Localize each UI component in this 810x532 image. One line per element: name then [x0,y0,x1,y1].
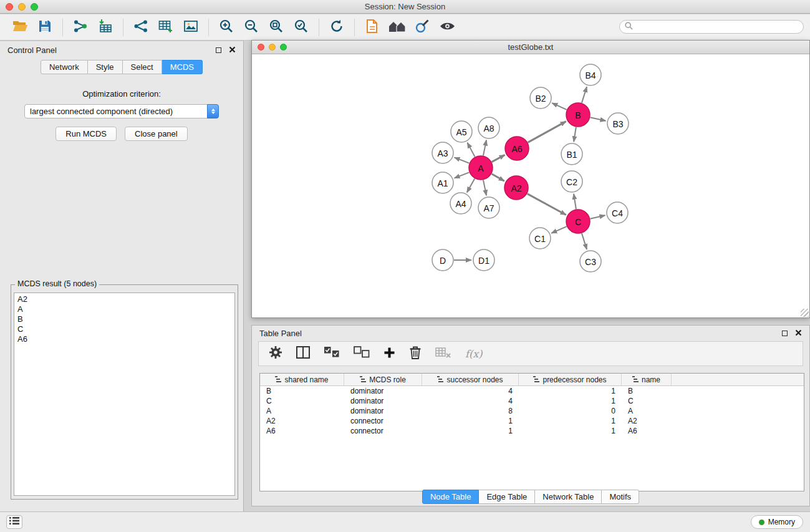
close-window-button[interactable] [6,3,13,11]
deselect-all-button[interactable] [354,346,370,361]
table-cell[interactable]: 4 [422,396,519,406]
resize-grip[interactable] [801,309,809,317]
node-A5[interactable]: A5 [451,121,472,142]
table-cell[interactable]: A [622,406,672,416]
task-history-button[interactable] [6,515,22,529]
edge-A-A4[interactable] [467,178,475,192]
edge-B-B3[interactable] [591,117,606,120]
table-cell[interactable]: C [260,396,344,406]
edge-B-B4[interactable] [582,87,587,103]
table-row[interactable]: Adominator80A [260,406,804,416]
node-C2[interactable]: C2 [561,171,582,192]
home-layout-button[interactable] [385,17,410,37]
table-cell[interactable]: A2 [622,416,672,426]
table-cell[interactable]: dominator [344,406,422,416]
table-cell[interactable]: A2 [260,416,344,426]
tab-mcds[interactable]: MCDS [162,60,203,74]
copy-layout-button[interactable] [360,17,385,37]
table-cell[interactable]: 1 [519,426,622,436]
tab-motifs[interactable]: Motifs [602,490,639,504]
table-cell[interactable]: connector [344,416,422,426]
tab-network[interactable]: Network [41,60,88,74]
node-C1[interactable]: C1 [529,228,551,249]
edge-A-A3[interactable] [455,157,470,163]
table-row[interactable]: Cdominator41C [260,396,804,406]
node-B3[interactable]: B3 [607,113,629,134]
table-row[interactable]: A6connector11A6 [260,426,804,436]
edge-C-C4[interactable] [591,215,605,218]
delete-table-button[interactable] [435,346,451,361]
column-header-shared-name[interactable]: shared name [260,374,344,385]
mcds-result-item[interactable]: A6 [14,334,234,344]
close-mcds-panel-button[interactable]: Close panel [125,127,188,141]
delete-column-button[interactable] [409,346,422,362]
add-column-button[interactable] [383,347,395,361]
table-cell[interactable]: dominator [344,396,422,406]
node-A4[interactable]: A4 [450,193,471,214]
mcds-result-item[interactable]: A [14,304,234,314]
import-network-button[interactable] [68,17,93,37]
node-D1[interactable]: D1 [473,249,494,271]
table-cell[interactable]: B [622,386,672,396]
table-cell[interactable]: connector [344,426,422,436]
table-cell[interactable]: 4 [422,386,519,396]
tab-select[interactable]: Select [123,60,162,74]
search-box[interactable] [619,20,804,34]
table-cell[interactable]: A6 [622,426,672,436]
node-C4[interactable]: C4 [607,202,628,223]
node-A[interactable]: A [469,156,493,180]
edge-A6-B[interactable] [528,122,566,143]
network-graph[interactable]: B4B2BB3A8A5A6B1A3AC2A1A2A4A7C4CC1C3DD1 [252,54,809,318]
run-mcds-button[interactable]: Run MCDS [55,127,117,141]
table-cell[interactable]: B [260,386,344,396]
zoom-in-button[interactable] [214,17,239,37]
zoom-fit-button[interactable] [264,17,289,37]
table-cell[interactable]: 1 [519,396,622,406]
edge-C-C1[interactable] [551,226,566,233]
node-D[interactable]: D [432,249,453,271]
tab-network-table[interactable]: Network Table [535,490,602,504]
node-B2[interactable]: B2 [530,87,551,109]
mcds-result-list[interactable]: A2ABCA6 [14,293,235,496]
column-header-mcds-role[interactable]: MCDS role [344,374,422,385]
tab-node-table[interactable]: Node Table [422,490,480,504]
zoom-selected-button[interactable] [289,17,314,37]
new-table-button[interactable] [153,17,178,37]
table-row[interactable]: A2connector11A2 [260,416,804,426]
node-A3[interactable]: A3 [432,142,453,163]
table-cell[interactable]: A6 [260,426,344,436]
table-cell[interactable]: 1 [519,416,622,426]
tab-edge-table[interactable]: Edge Table [479,490,535,504]
show-columns-button[interactable] [296,346,310,361]
node-B[interactable]: B [566,103,590,127]
column-header-name[interactable]: name [622,374,672,385]
table-cell[interactable]: 0 [519,406,622,416]
import-table-button[interactable] [93,17,118,37]
node-C[interactable]: C [566,210,590,233]
table-cell[interactable]: dominator [344,386,422,396]
table-cell[interactable]: 1 [422,426,519,436]
table-cell[interactable]: 1 [422,416,519,426]
column-header-successor-nodes[interactable]: successor nodes [422,374,519,385]
table-cell[interactable]: A [260,406,344,416]
node-A2[interactable]: A2 [504,176,528,200]
new-network-button[interactable] [128,17,153,37]
edge-B-B2[interactable] [552,103,567,110]
edge-A-A7[interactable] [483,180,486,196]
network-minimize-button[interactable] [269,44,276,51]
close-panel-icon[interactable] [229,46,236,55]
edge-A-A1[interactable] [455,172,470,178]
zoom-window-button[interactable] [31,3,38,11]
edge-A-A8[interactable] [483,140,486,156]
node-A6[interactable]: A6 [505,137,529,160]
network-canvas[interactable]: B4B2BB3A8A5A6B1A3AC2A1A2A4A7C4CC1C3DD1 [252,54,809,317]
mcds-result-item[interactable]: C [14,324,234,334]
float-table-panel-icon[interactable] [782,331,788,336]
table-settings-button[interactable] [269,346,282,362]
mcds-result-item[interactable]: B [14,314,234,324]
function-builder-button[interactable]: f(x) [465,348,482,360]
node-A8[interactable]: A8 [478,117,499,138]
table-row[interactable]: Bdominator41B [260,386,804,396]
show-hide-button[interactable] [435,17,460,37]
save-session-button[interactable] [32,17,57,37]
